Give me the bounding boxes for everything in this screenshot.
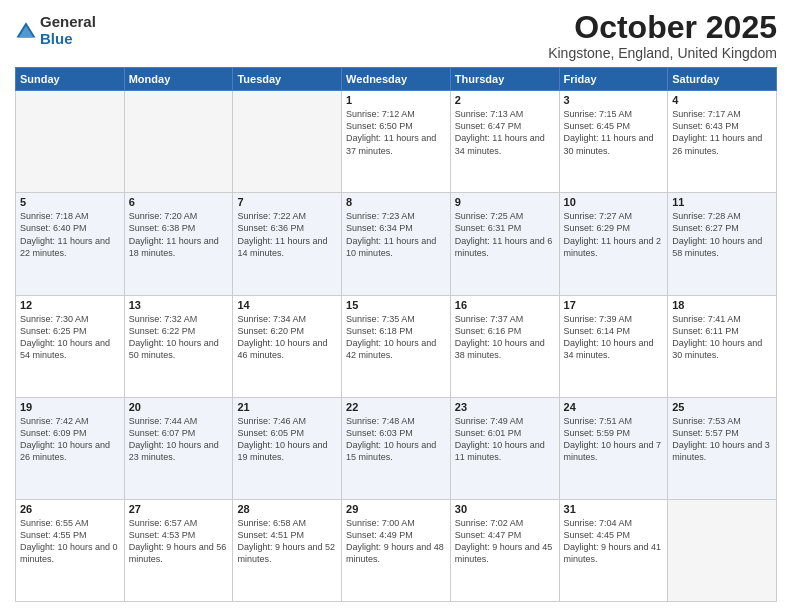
table-row <box>668 499 777 601</box>
day-number: 12 <box>20 299 120 311</box>
table-row: 3Sunrise: 7:15 AMSunset: 6:45 PMDaylight… <box>559 91 668 193</box>
table-row: 8Sunrise: 7:23 AMSunset: 6:34 PMDaylight… <box>342 193 451 295</box>
table-row: 12Sunrise: 7:30 AMSunset: 6:25 PMDayligh… <box>16 295 125 397</box>
header: General Blue October 2025 Kingstone, Eng… <box>15 10 777 61</box>
calendar-week-row: 19Sunrise: 7:42 AMSunset: 6:09 PMDayligh… <box>16 397 777 499</box>
logo-general: General <box>40 14 96 31</box>
day-number: 17 <box>564 299 664 311</box>
table-row: 4Sunrise: 7:17 AMSunset: 6:43 PMDaylight… <box>668 91 777 193</box>
table-row <box>16 91 125 193</box>
day-number: 19 <box>20 401 120 413</box>
table-row: 6Sunrise: 7:20 AMSunset: 6:38 PMDaylight… <box>124 193 233 295</box>
day-number: 30 <box>455 503 555 515</box>
day-info: Sunrise: 7:37 AMSunset: 6:16 PMDaylight:… <box>455 313 555 362</box>
day-info: Sunrise: 7:23 AMSunset: 6:34 PMDaylight:… <box>346 210 446 259</box>
table-row <box>124 91 233 193</box>
table-row: 30Sunrise: 7:02 AMSunset: 4:47 PMDayligh… <box>450 499 559 601</box>
table-row: 26Sunrise: 6:55 AMSunset: 4:55 PMDayligh… <box>16 499 125 601</box>
table-row: 5Sunrise: 7:18 AMSunset: 6:40 PMDaylight… <box>16 193 125 295</box>
day-number: 21 <box>237 401 337 413</box>
day-number: 9 <box>455 196 555 208</box>
day-info: Sunrise: 7:25 AMSunset: 6:31 PMDaylight:… <box>455 210 555 259</box>
table-row: 23Sunrise: 7:49 AMSunset: 6:01 PMDayligh… <box>450 397 559 499</box>
day-info: Sunrise: 7:32 AMSunset: 6:22 PMDaylight:… <box>129 313 229 362</box>
calendar-week-row: 26Sunrise: 6:55 AMSunset: 4:55 PMDayligh… <box>16 499 777 601</box>
day-info: Sunrise: 7:41 AMSunset: 6:11 PMDaylight:… <box>672 313 772 362</box>
table-row: 2Sunrise: 7:13 AMSunset: 6:47 PMDaylight… <box>450 91 559 193</box>
day-info: Sunrise: 7:22 AMSunset: 6:36 PMDaylight:… <box>237 210 337 259</box>
title-block: October 2025 Kingstone, England, United … <box>548 10 777 61</box>
day-info: Sunrise: 7:00 AMSunset: 4:49 PMDaylight:… <box>346 517 446 566</box>
day-info: Sunrise: 7:28 AMSunset: 6:27 PMDaylight:… <box>672 210 772 259</box>
day-number: 18 <box>672 299 772 311</box>
day-info: Sunrise: 7:53 AMSunset: 5:57 PMDaylight:… <box>672 415 772 464</box>
day-number: 4 <box>672 94 772 106</box>
table-row: 29Sunrise: 7:00 AMSunset: 4:49 PMDayligh… <box>342 499 451 601</box>
table-row: 15Sunrise: 7:35 AMSunset: 6:18 PMDayligh… <box>342 295 451 397</box>
day-info: Sunrise: 7:12 AMSunset: 6:50 PMDaylight:… <box>346 108 446 157</box>
day-info: Sunrise: 7:02 AMSunset: 4:47 PMDaylight:… <box>455 517 555 566</box>
day-info: Sunrise: 7:15 AMSunset: 6:45 PMDaylight:… <box>564 108 664 157</box>
table-row: 20Sunrise: 7:44 AMSunset: 6:07 PMDayligh… <box>124 397 233 499</box>
table-row: 28Sunrise: 6:58 AMSunset: 4:51 PMDayligh… <box>233 499 342 601</box>
day-number: 1 <box>346 94 446 106</box>
logo: General Blue <box>15 14 96 47</box>
day-info: Sunrise: 6:57 AMSunset: 4:53 PMDaylight:… <box>129 517 229 566</box>
day-info: Sunrise: 7:48 AMSunset: 6:03 PMDaylight:… <box>346 415 446 464</box>
table-row: 25Sunrise: 7:53 AMSunset: 5:57 PMDayligh… <box>668 397 777 499</box>
day-info: Sunrise: 7:27 AMSunset: 6:29 PMDaylight:… <box>564 210 664 259</box>
table-row: 14Sunrise: 7:34 AMSunset: 6:20 PMDayligh… <box>233 295 342 397</box>
col-friday: Friday <box>559 68 668 91</box>
title-location: Kingstone, England, United Kingdom <box>548 45 777 61</box>
logo-text: General Blue <box>40 14 96 47</box>
day-info: Sunrise: 6:55 AMSunset: 4:55 PMDaylight:… <box>20 517 120 566</box>
day-info: Sunrise: 7:20 AMSunset: 6:38 PMDaylight:… <box>129 210 229 259</box>
col-saturday: Saturday <box>668 68 777 91</box>
day-info: Sunrise: 7:49 AMSunset: 6:01 PMDaylight:… <box>455 415 555 464</box>
calendar-week-row: 5Sunrise: 7:18 AMSunset: 6:40 PMDaylight… <box>16 193 777 295</box>
col-sunday: Sunday <box>16 68 125 91</box>
day-number: 14 <box>237 299 337 311</box>
day-number: 22 <box>346 401 446 413</box>
day-number: 3 <box>564 94 664 106</box>
day-number: 20 <box>129 401 229 413</box>
table-row: 16Sunrise: 7:37 AMSunset: 6:16 PMDayligh… <box>450 295 559 397</box>
table-row: 19Sunrise: 7:42 AMSunset: 6:09 PMDayligh… <box>16 397 125 499</box>
page: General Blue October 2025 Kingstone, Eng… <box>0 0 792 612</box>
table-row: 17Sunrise: 7:39 AMSunset: 6:14 PMDayligh… <box>559 295 668 397</box>
day-number: 2 <box>455 94 555 106</box>
day-number: 16 <box>455 299 555 311</box>
col-monday: Monday <box>124 68 233 91</box>
table-row: 21Sunrise: 7:46 AMSunset: 6:05 PMDayligh… <box>233 397 342 499</box>
table-row: 18Sunrise: 7:41 AMSunset: 6:11 PMDayligh… <box>668 295 777 397</box>
table-row: 27Sunrise: 6:57 AMSunset: 4:53 PMDayligh… <box>124 499 233 601</box>
table-row <box>233 91 342 193</box>
day-info: Sunrise: 7:17 AMSunset: 6:43 PMDaylight:… <box>672 108 772 157</box>
day-number: 27 <box>129 503 229 515</box>
day-info: Sunrise: 7:51 AMSunset: 5:59 PMDaylight:… <box>564 415 664 464</box>
day-info: Sunrise: 7:35 AMSunset: 6:18 PMDaylight:… <box>346 313 446 362</box>
day-info: Sunrise: 7:30 AMSunset: 6:25 PMDaylight:… <box>20 313 120 362</box>
table-row: 22Sunrise: 7:48 AMSunset: 6:03 PMDayligh… <box>342 397 451 499</box>
col-wednesday: Wednesday <box>342 68 451 91</box>
day-info: Sunrise: 6:58 AMSunset: 4:51 PMDaylight:… <box>237 517 337 566</box>
day-info: Sunrise: 7:46 AMSunset: 6:05 PMDaylight:… <box>237 415 337 464</box>
table-row: 24Sunrise: 7:51 AMSunset: 5:59 PMDayligh… <box>559 397 668 499</box>
day-info: Sunrise: 7:04 AMSunset: 4:45 PMDaylight:… <box>564 517 664 566</box>
table-row: 10Sunrise: 7:27 AMSunset: 6:29 PMDayligh… <box>559 193 668 295</box>
day-number: 5 <box>20 196 120 208</box>
logo-blue: Blue <box>40 31 96 48</box>
day-number: 24 <box>564 401 664 413</box>
table-row: 13Sunrise: 7:32 AMSunset: 6:22 PMDayligh… <box>124 295 233 397</box>
day-number: 26 <box>20 503 120 515</box>
logo-icon <box>15 20 37 42</box>
col-tuesday: Tuesday <box>233 68 342 91</box>
day-number: 29 <box>346 503 446 515</box>
day-number: 7 <box>237 196 337 208</box>
day-number: 15 <box>346 299 446 311</box>
table-row: 1Sunrise: 7:12 AMSunset: 6:50 PMDaylight… <box>342 91 451 193</box>
day-info: Sunrise: 7:39 AMSunset: 6:14 PMDaylight:… <box>564 313 664 362</box>
day-number: 13 <box>129 299 229 311</box>
day-number: 31 <box>564 503 664 515</box>
day-info: Sunrise: 7:18 AMSunset: 6:40 PMDaylight:… <box>20 210 120 259</box>
